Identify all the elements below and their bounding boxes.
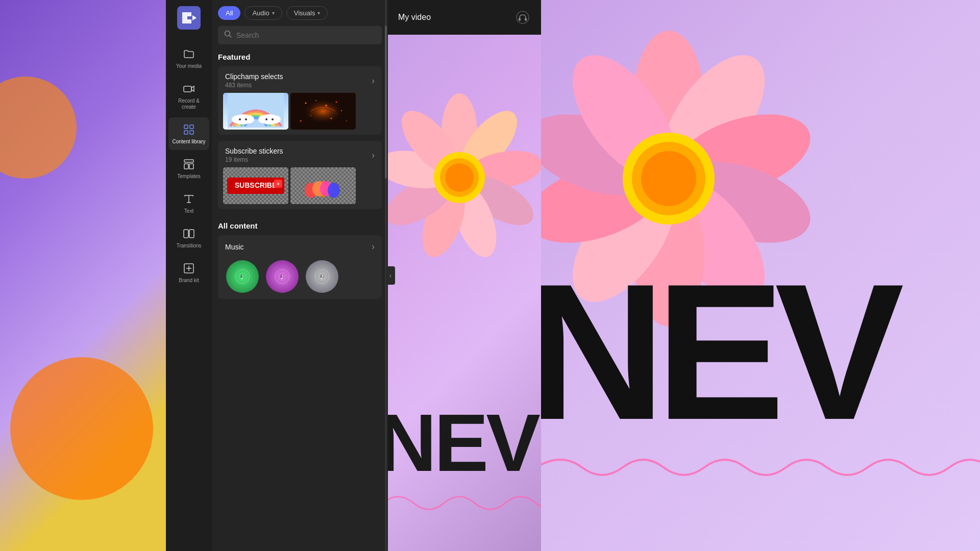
svg-point-35: [341, 110, 342, 111]
headphone-icon[interactable]: [514, 9, 531, 26]
preview-flower: [388, 76, 541, 280]
thumbnail-particles: [290, 93, 356, 130]
subscribe-stickers-subtitle: 19 items: [225, 156, 283, 163]
text-icon: [182, 192, 196, 206]
music-disc-green: ♪: [226, 260, 259, 293]
filter-bar: All Audio ▾ Visuals ▾: [212, 0, 388, 26]
clipchamp-selects-arrow: ›: [372, 76, 375, 86]
clipchamp-selects-header: Clipchamp selects 483 items ›: [218, 66, 382, 93]
all-content-section: All content Music › ♪: [212, 215, 388, 299]
svg-point-26: [272, 118, 274, 120]
music-card-header: Music ›: [218, 235, 382, 256]
transitions-icon: [182, 227, 196, 241]
search-bar: [218, 26, 382, 44]
preview-panel: My video: [388, 0, 541, 551]
large-nev-text: NEV: [541, 255, 894, 449]
svg-rect-64: [525, 18, 527, 21]
subscribe-stickers-card[interactable]: Subscribe stickers 19 items ›: [218, 141, 382, 209]
svg-point-31: [325, 105, 327, 107]
folder-icon: [182, 47, 196, 61]
svg-rect-2: [184, 125, 188, 129]
sidebar-item-record-create-label: Record & create: [178, 98, 200, 110]
svg-point-62: [517, 11, 529, 23]
svg-text:♪: ♪: [320, 272, 324, 281]
svg-point-21: [245, 118, 247, 120]
svg-text:♪: ♪: [280, 272, 284, 281]
clipchamp-selects-thumbnails: [218, 93, 382, 135]
svg-rect-3: [190, 125, 193, 129]
preview-canvas: NEV: [388, 35, 541, 551]
sidebar-item-transitions[interactable]: Transitions: [168, 221, 209, 254]
featured-section-title: Featured: [212, 51, 388, 66]
svg-point-28: [303, 98, 344, 124]
music-disc-gray: ♪: [306, 260, 338, 293]
music-icons-row: ♪ ♪ ♪: [218, 256, 382, 299]
sidebar-item-brand-kit[interactable]: Brand kit: [168, 256, 209, 289]
sidebar-item-transitions-label: Transitions: [177, 243, 202, 249]
sidebar-item-text-label: Text: [184, 208, 193, 214]
content-library-icon: [182, 122, 196, 137]
collapse-panel-button[interactable]: ‹: [386, 266, 395, 285]
music-card[interactable]: Music › ♪ ♪: [218, 235, 382, 299]
thumbnail-bell-sticker: [290, 167, 356, 204]
scroll-thumb[interactable]: [385, 26, 387, 179]
svg-rect-7: [184, 164, 188, 169]
svg-point-24: [268, 115, 281, 123]
content-panel: All Audio ▾ Visuals ▾ Featured Clipchamp…: [212, 0, 388, 551]
filter-visuals-label: Visuals: [294, 9, 315, 17]
sidebar-item-record-create[interactable]: Record & create: [168, 77, 209, 115]
music-disc-pink: ♪: [266, 260, 299, 293]
svg-point-33: [310, 115, 311, 116]
sidebar-item-text[interactable]: Text: [168, 187, 209, 219]
preview-text-nev: NEV: [388, 396, 538, 490]
sidebar-item-content-library[interactable]: Content library: [168, 117, 209, 150]
svg-text:+: +: [277, 181, 280, 187]
svg-point-52: [328, 183, 340, 198]
filter-audio-label: Audio: [252, 9, 269, 17]
svg-rect-9: [184, 230, 188, 238]
sidebar-item-your-media[interactable]: Your media: [168, 42, 209, 74]
camera-icon: [182, 82, 196, 96]
sidebar-item-content-library-label: Content library: [172, 139, 205, 145]
far-right-background: NEV: [541, 0, 980, 551]
clipchamp-selects-card[interactable]: Clipchamp selects 483 items ›: [218, 66, 382, 135]
filter-audio-button[interactable]: Audio ▾: [244, 6, 282, 20]
background-left: [0, 0, 166, 551]
filter-all-button[interactable]: All: [218, 6, 240, 20]
bottom-squiggle: [541, 447, 980, 490]
svg-point-25: [265, 118, 267, 120]
collapse-chevron-icon: ‹: [389, 271, 392, 280]
svg-point-76: [445, 163, 474, 192]
thumbnail-subscribe-sticker: SUBSCRIBE +: [223, 167, 288, 204]
sidebar-item-brand-kit-label: Brand kit: [179, 278, 199, 284]
svg-point-30: [315, 100, 316, 101]
app-logo[interactable]: [176, 5, 202, 31]
svg-point-29: [305, 103, 307, 104]
subscribe-stickers-title: Subscribe stickers: [225, 147, 283, 155]
subscribe-stickers-header: Subscribe stickers 19 items ›: [218, 141, 382, 167]
svg-rect-0: [177, 6, 201, 30]
subscribe-stickers-thumbnails: SUBSCRIBE +: [218, 167, 382, 209]
visuals-chevron-icon: ▾: [317, 10, 320, 16]
all-content-title: All content: [212, 219, 388, 235]
preview-title: My video: [398, 13, 431, 22]
search-input[interactable]: [236, 31, 376, 39]
sidebar-item-templates[interactable]: Templates: [168, 152, 209, 185]
filter-visuals-button[interactable]: Visuals ▾: [286, 6, 328, 20]
svg-point-19: [242, 115, 254, 123]
svg-point-32: [336, 102, 337, 103]
clipchamp-selects-title: Clipchamp selects: [225, 72, 283, 81]
clipchamp-selects-subtitle: 483 items: [225, 82, 283, 89]
sidebar: Your media Record & create Content libra…: [166, 0, 212, 551]
svg-rect-5: [190, 131, 193, 134]
music-card-title: Music: [225, 243, 244, 251]
audio-chevron-icon: ▾: [272, 10, 275, 16]
brand-kit-icon: [182, 261, 196, 276]
templates-icon: [182, 157, 196, 171]
svg-rect-63: [519, 18, 521, 21]
svg-rect-1: [184, 86, 191, 92]
music-card-arrow: ›: [372, 241, 375, 252]
svg-point-37: [346, 120, 347, 121]
preview-squiggle: [388, 488, 541, 520]
subscribe-stickers-arrow: ›: [372, 150, 375, 161]
